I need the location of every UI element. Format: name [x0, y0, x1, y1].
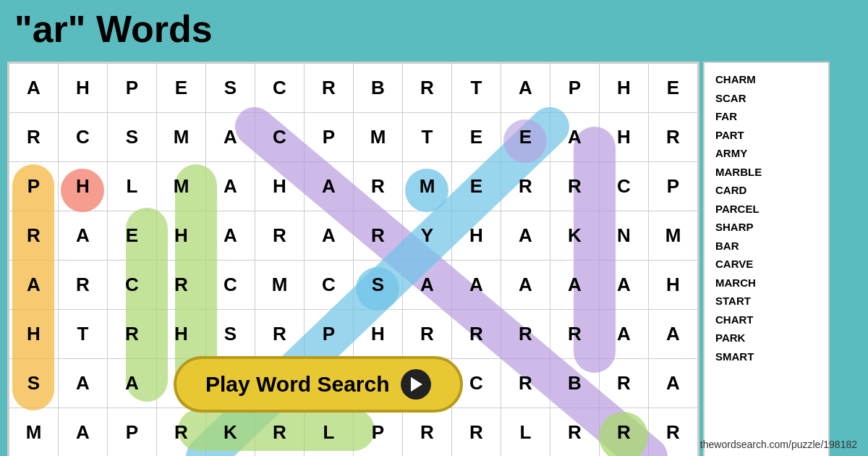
- grid-cell: A: [600, 310, 649, 359]
- grid-cell: R: [550, 408, 600, 457]
- grid-cell: E: [649, 64, 698, 113]
- word-list-item: SCAR: [715, 89, 817, 108]
- grid-cell: E: [157, 64, 206, 113]
- grid-cell: A: [649, 359, 698, 408]
- grid-cell: T: [452, 64, 501, 113]
- footer-text: thewordsearch.com/puzzle/198182: [700, 439, 857, 450]
- grid-cell: R: [108, 310, 157, 359]
- grid-cell: R: [255, 408, 305, 457]
- grid-cell: H: [452, 211, 501, 261]
- play-button[interactable]: Play Word Search: [174, 356, 463, 413]
- grid-cell: H: [157, 211, 206, 261]
- words-panel: CHARMSCARFARPARTARMYMARBLECARDPARCELSHAR…: [703, 62, 830, 456]
- grid-cell: H: [600, 113, 649, 162]
- grid-cell: A: [59, 211, 108, 261]
- grid-cell: R: [501, 162, 550, 211]
- word-list-item: MARBLE: [715, 163, 817, 182]
- grid-cell: H: [157, 310, 206, 359]
- grid-cell: K: [206, 408, 255, 457]
- word-list-item: CHARM: [715, 70, 817, 89]
- grid-cell: A: [305, 211, 354, 261]
- word-list-item: START: [715, 292, 817, 311]
- grid-cell: C: [600, 162, 649, 211]
- grid-cell: A: [9, 261, 59, 310]
- grid-cell: A: [403, 261, 452, 310]
- grid-cell: A: [206, 162, 255, 211]
- page-title: "ar" Words: [14, 7, 213, 51]
- grid-cell: M: [649, 211, 698, 261]
- grid-cell: H: [59, 162, 108, 211]
- grid-cell: H: [255, 162, 305, 211]
- grid-cell: A: [550, 261, 600, 310]
- grid-cell: L: [305, 408, 354, 457]
- grid-cell: A: [600, 261, 649, 310]
- word-list-item: PARCEL: [715, 200, 817, 219]
- grid-cell: C: [305, 261, 354, 310]
- grid-cell: R: [403, 64, 452, 113]
- grid-cell: A: [501, 211, 550, 261]
- grid-cell: P: [108, 408, 157, 457]
- grid-cell: R: [157, 261, 206, 310]
- grid-cell: R: [600, 408, 649, 457]
- grid-cell: R: [59, 261, 108, 310]
- word-list-item: CARVE: [715, 255, 817, 274]
- word-list-item: BAR: [715, 237, 817, 256]
- grid-cell: R: [255, 211, 305, 261]
- grid-cell: L: [501, 408, 550, 457]
- grid-cell: N: [600, 211, 649, 261]
- grid-cell: T: [59, 310, 108, 359]
- word-list-item: PART: [715, 126, 817, 145]
- grid-cell: R: [403, 408, 452, 457]
- grid-cell: A: [206, 211, 255, 261]
- grid-cell: A: [452, 261, 501, 310]
- grid-cell: S: [206, 64, 255, 113]
- grid-cell: E: [108, 211, 157, 261]
- word-list-item: PARK: [715, 329, 817, 347]
- grid-cell: M: [9, 408, 59, 457]
- grid-cell: H: [354, 310, 403, 359]
- grid-cell: L: [108, 162, 157, 211]
- word-list-item: ARMY: [715, 144, 817, 163]
- grid-cell: T: [403, 113, 452, 162]
- grid-cell: R: [157, 408, 206, 457]
- word-list-item: CHART: [715, 311, 817, 329]
- grid-cell: A: [501, 261, 550, 310]
- grid-cell: R: [403, 310, 452, 359]
- grid-cell: P: [649, 162, 698, 211]
- grid-cell: C: [255, 64, 305, 113]
- grid-cell: S: [354, 261, 403, 310]
- grid-cell: A: [59, 408, 108, 457]
- grid-cell: R: [452, 408, 501, 457]
- grid-cell: R: [305, 64, 354, 113]
- grid-cell: A: [206, 113, 255, 162]
- grid-cell: R: [550, 310, 600, 359]
- grid-cell: R: [255, 310, 305, 359]
- word-list-item: FAR: [715, 107, 817, 126]
- grid-cell: M: [354, 113, 403, 162]
- grid-cell: R: [649, 113, 698, 162]
- grid-cell: H: [9, 310, 59, 359]
- grid-cell: R: [501, 359, 550, 408]
- grid-cell: P: [108, 64, 157, 113]
- grid-cell: Y: [403, 211, 452, 261]
- grid-cell: E: [452, 113, 501, 162]
- grid-cell: A: [59, 359, 108, 408]
- grid-cell: H: [59, 64, 108, 113]
- grid-cell: A: [108, 359, 157, 408]
- grid-cell: E: [501, 113, 550, 162]
- grid-cell: P: [305, 113, 354, 162]
- grid-cell: P: [354, 408, 403, 457]
- grid-cell: H: [600, 64, 649, 113]
- play-button-label: Play Word Search: [205, 372, 390, 397]
- grid-cell: R: [354, 162, 403, 211]
- grid-cell: M: [403, 162, 452, 211]
- grid-cell: C: [59, 113, 108, 162]
- grid-cell: H: [649, 261, 698, 310]
- grid-cell: C: [255, 113, 305, 162]
- grid-cell: A: [550, 113, 600, 162]
- word-list-item: SHARP: [715, 218, 817, 237]
- grid-cell: R: [649, 408, 698, 457]
- grid-cell: S: [9, 359, 59, 408]
- grid-cell: B: [550, 359, 600, 408]
- word-list-item: CARD: [715, 181, 817, 200]
